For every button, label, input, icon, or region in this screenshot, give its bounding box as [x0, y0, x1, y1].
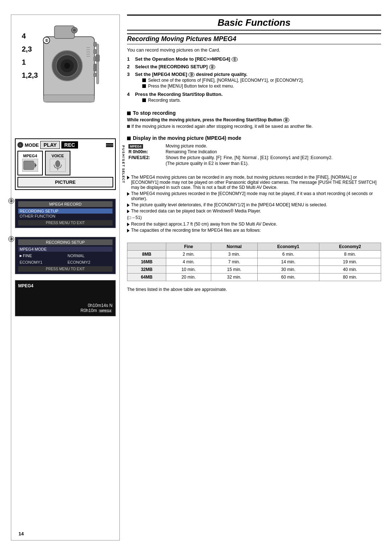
table-row-8mb: 8MB 2 min. 3 min. 6 min. 8 min.	[127, 251, 381, 258]
mode-normal: NORMAL	[66, 253, 113, 258]
svg-rect-11	[94, 64, 97, 71]
svg-text:①: ①	[45, 39, 48, 42]
svg-rect-23	[24, 161, 34, 170]
svg-rect-12	[94, 73, 97, 77]
display-row-quality-note: (The picture quality in E2 is lower than…	[127, 161, 381, 166]
mode-panel: ○ MODE PLAY REC MPEG4	[15, 138, 116, 190]
picture-mode-btn[interactable]: PICTURE	[17, 177, 113, 187]
menu2-exit: PRESS MENU TO EXIT	[18, 266, 113, 272]
mode-label: MODE	[25, 142, 39, 148]
svg-point-7	[64, 63, 70, 69]
menu1-item-recording-setup: RECORDING SETUP	[18, 208, 113, 214]
table-row-64mb: 64MB 20 min. 32 min. 60 min. 80 min.	[127, 274, 381, 281]
step-list: 1 Set the Operation Mode to [REC>>MPEG4]…	[127, 56, 381, 106]
display-row-mpeg4: MPEG4 Moving picture mode.	[127, 143, 381, 149]
step-2: 2 Select the [RECORDING SETUP] ②	[127, 64, 381, 69]
note-6: The capacities of the recording time for…	[127, 228, 381, 233]
step3-sub2: Press the [MENU] Button twice to exit me…	[142, 84, 381, 89]
mode-circle-indicator: ○	[17, 142, 23, 148]
left-column: 14 4 2,3 1 1,2,3	[11, 15, 120, 540]
svg-rect-8	[94, 42, 97, 46]
mpeg4-display-panel: MPEG4 0h10m14s N R0h10m MPEG4	[15, 280, 116, 316]
menu2-subtitle: MPEG4 MODE	[18, 247, 113, 252]
svg-point-25	[56, 161, 60, 167]
note-2: The MPEG4 moving pictures recorded in th…	[127, 191, 381, 201]
stop-recording-body: While recording the moving picture, pres…	[127, 117, 381, 122]
display-mode-heading: Display in the moving picture (MPEG4) mo…	[127, 135, 381, 141]
stop-recording-heading: To stop recording	[127, 110, 381, 116]
size-32mb: 32MB	[127, 266, 166, 274]
display-row-quality: F/N/E1/E2: Shows the picture quality. [F…	[127, 155, 381, 161]
display-mode-section: Display in the moving picture (MPEG4) mo…	[127, 135, 381, 169]
stop-recording-section: To stop recording While recording the mo…	[127, 110, 381, 130]
voice-label: VOICE	[52, 154, 64, 158]
note-ref: (□→51)	[127, 215, 381, 220]
display-row-remaining: R 0h00m: Remaining Time Indication	[127, 149, 381, 155]
size-64mb: 64MB	[127, 274, 166, 281]
note-5: Record the subject approx.1.7 ft (50 cm)…	[127, 222, 381, 227]
notes-section: The MPEG4 moving pictures can be recorde…	[127, 174, 381, 234]
step-4: 4 Press the Recording Start/Stop Button.…	[127, 92, 381, 104]
mpeg4-mode-btn[interactable]: MPEG4	[17, 151, 43, 175]
mpeg4-time: 0h10m14s N	[18, 303, 113, 308]
rec-button: REC	[61, 141, 78, 149]
svg-rect-15	[44, 95, 94, 102]
right-column: Basic Functions Recording Moving Picture…	[127, 15, 381, 540]
svg-rect-1	[54, 26, 74, 39]
intro-text: You can record moving pictures on the Ca…	[127, 47, 381, 53]
menu1-label: ②	[8, 198, 14, 204]
menu2-title: RECORDING SETUP	[18, 239, 113, 245]
mpeg4-display-title: MPEG4	[18, 283, 113, 288]
stop-recording-note: If the moving picture is recorded again …	[127, 124, 381, 129]
col-econ1: Economy1	[257, 243, 319, 251]
sub-title: Recording Moving Pictures MPEG4	[127, 35, 381, 43]
note-4: The recorded data can be played back on …	[127, 208, 381, 214]
size-16mb: 16MB	[127, 258, 166, 266]
mode-econ2: ECONOMY2	[66, 260, 113, 265]
step4-sub1: Recording starts.	[142, 98, 381, 103]
menu2-label: ③	[8, 236, 14, 242]
main-title: Basic Functions	[127, 17, 381, 28]
svg-marker-24	[34, 162, 37, 168]
display-mode-table: MPEG4 Moving picture mode. R 0h00m: Rema…	[127, 143, 381, 166]
menu1-item-other: OTHER FUNCTION	[18, 214, 113, 219]
table-note: The times listed in the above table are …	[127, 287, 381, 292]
camera-diagram: 4 2,3 1 1,2,3	[15, 19, 116, 135]
capacity-table: Fine Normal Economy1 Economy2 8MB 2 min.…	[127, 243, 381, 281]
col-normal: Normal	[211, 243, 257, 251]
play-button: PLAY	[40, 141, 60, 149]
col-fine: Fine	[166, 243, 211, 251]
table-header-row: Fine Normal Economy1 Economy2	[127, 243, 381, 251]
page-number: 14	[19, 531, 24, 536]
page: 14 4 2,3 1 1,2,3	[0, 0, 392, 555]
mode-econ1: ECONOMY1	[18, 260, 65, 265]
menu-screen-1: MPEG4 RECORD RECORDING SETUP OTHER FUNCT…	[15, 199, 116, 228]
note-3: The picture quality level deteriorates, …	[127, 202, 381, 207]
table-row-32mb: 32MB 10 min. 15 min. 30 min. 40 min.	[127, 266, 381, 274]
svg-rect-14	[96, 55, 99, 61]
voice-mode-btn[interactable]: VOICE	[45, 151, 70, 175]
main-title-bar: Basic Functions	[127, 15, 381, 31]
col-size	[127, 243, 166, 251]
step3-sub1: Select one of the options of [FINE], [NO…	[142, 78, 381, 83]
step-1: 1 Set the Operation Mode to [REC>>MPEG4]…	[127, 56, 381, 62]
menu-screen-2: RECORDING SETUP MPEG4 MODE FINE NORMAL E…	[15, 237, 116, 274]
note-1: The MPEG4 moving pictures can be recorde…	[127, 175, 381, 190]
svg-rect-9	[94, 49, 97, 54]
size-8mb: 8MB	[127, 251, 166, 258]
menu1-exit: PRESS MENU TO EXIT	[18, 220, 113, 226]
mpeg4-small-badge: MPEG4	[98, 309, 113, 313]
mpeg4-remaining: R0h10m MPEG4	[18, 308, 113, 313]
sub-title-bar: Recording Moving Pictures MPEG4	[127, 33, 381, 44]
mode-fine: FINE	[18, 253, 65, 258]
svg-rect-13	[97, 44, 99, 84]
mpeg4-label: MPEG4	[23, 154, 37, 158]
table-row-16mb: 16MB 4 min. 7 min. 14 min. 19 min.	[127, 258, 381, 266]
step-3: 3 Set the [MPEG4 MODE] ③ desired picture…	[127, 72, 381, 89]
col-econ2: Economy2	[319, 243, 381, 251]
svg-point-3	[73, 29, 76, 32]
menu1-title: MPEG4 RECORD	[18, 201, 113, 207]
